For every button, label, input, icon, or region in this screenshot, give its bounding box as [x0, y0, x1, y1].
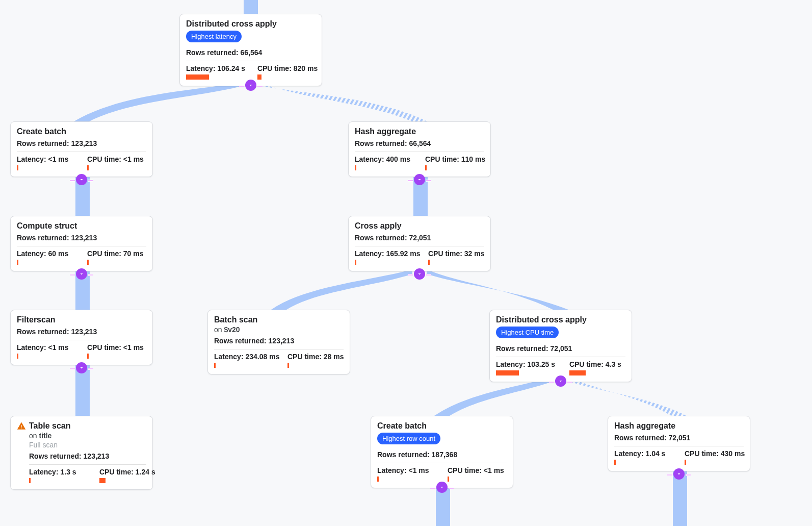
expand-toggle[interactable]: [673, 468, 685, 480]
node-title: Hash aggregate: [355, 127, 484, 136]
expand-toggle[interactable]: [414, 268, 425, 280]
chevron-down-icon: [416, 177, 423, 183]
chevron-down-icon: [416, 271, 423, 277]
node-title: Distributed cross apply: [496, 315, 625, 324]
chevron-down-icon: [248, 82, 254, 88]
chevron-down-icon: [439, 484, 445, 490]
expand-toggle[interactable]: [436, 482, 448, 493]
expand-toggle[interactable]: [76, 174, 87, 185]
expand-toggle[interactable]: [414, 174, 425, 185]
cpu-bar: [257, 74, 261, 80]
node-cross-apply[interactable]: Cross apply Rows returned: 72,051 Latenc…: [348, 216, 491, 271]
badge-highest-latency: Highest latency: [186, 31, 242, 42]
node-title: Create batch: [377, 421, 507, 431]
node-title: Cross apply: [355, 221, 484, 231]
divider: [186, 61, 316, 61]
cpu-label: CPU time: 820 ms: [257, 64, 316, 72]
node-create-batch-left[interactable]: Create batch Rows returned: 123,213 Late…: [10, 121, 153, 177]
warning-icon: [17, 421, 26, 431]
node-title: Table scan: [29, 421, 71, 431]
rows-returned: Rows returned: 123,213: [17, 139, 146, 147]
node-title: Compute struct: [17, 221, 146, 231]
node-title: Batch scan: [214, 315, 344, 324]
expand-toggle[interactable]: [245, 80, 256, 91]
node-hash-aggregate-bottom[interactable]: Hash aggregate Rows returned: 72,051 Lat…: [608, 416, 750, 471]
badge-highest-row-count: Highest row count: [377, 433, 440, 444]
chevron-down-icon: [78, 177, 85, 183]
node-create-batch-right[interactable]: Create batch Highest row count Rows retu…: [371, 416, 513, 488]
node-title: Create batch: [17, 127, 146, 136]
node-title: Filterscan: [17, 315, 146, 324]
expand-toggle[interactable]: [76, 362, 87, 373]
chevron-down-icon: [78, 365, 85, 371]
table-scan-note: Full scan: [29, 441, 58, 449]
node-title: Distributed cross apply: [186, 19, 316, 29]
badge-highest-cpu: Highest CPU time: [496, 327, 559, 338]
node-compute-struct[interactable]: Compute struct Rows returned: 123,213 La…: [10, 216, 153, 271]
chevron-down-icon: [78, 271, 85, 277]
chevron-down-icon: [676, 471, 682, 477]
node-title: Hash aggregate: [614, 421, 744, 431]
rows-returned: Rows returned: 66,564: [186, 48, 316, 57]
node-batch-scan[interactable]: Batch scan on $v20 Rows returned: 123,21…: [207, 310, 350, 374]
chevron-down-icon: [558, 378, 564, 384]
expand-toggle[interactable]: [555, 375, 566, 387]
node-distributed-cross-apply-2[interactable]: Distributed cross apply Highest CPU time…: [489, 310, 632, 382]
latency-bar: [186, 74, 209, 80]
batch-scan-on: on $v20: [214, 325, 344, 334]
latency-label: Latency: 106.24 s: [186, 64, 243, 72]
expand-toggle[interactable]: [76, 268, 87, 280]
node-distributed-cross-apply-root[interactable]: Distributed cross apply Highest latency …: [179, 14, 322, 86]
node-hash-aggregate-top[interactable]: Hash aggregate Rows returned: 66,564 Lat…: [348, 121, 491, 177]
node-filterscan[interactable]: Filterscan Rows returned: 123,213 Latenc…: [10, 310, 153, 365]
node-table-scan[interactable]: Table scan on title Full scan Rows retur…: [10, 416, 153, 490]
table-scan-on: on title: [29, 432, 146, 440]
